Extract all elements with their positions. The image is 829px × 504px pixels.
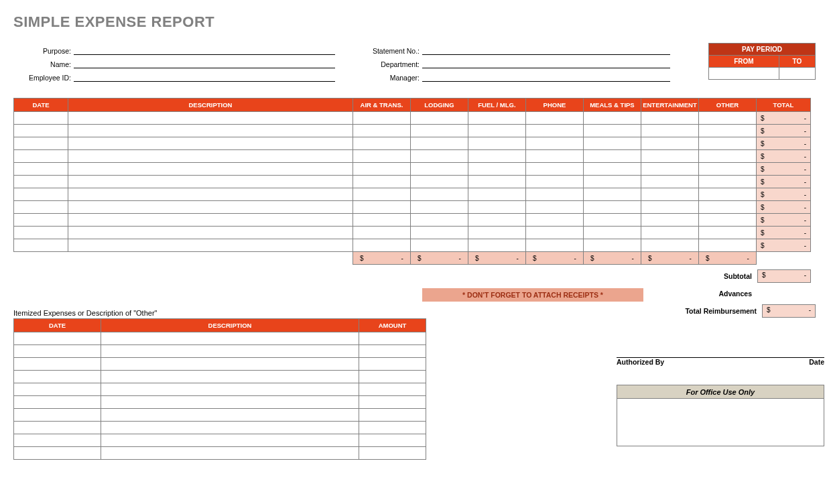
cell-phone[interactable] [525,150,583,163]
cell-other[interactable] [698,112,756,125]
cell-description[interactable] [101,345,359,358]
cell-entertainment[interactable] [641,227,698,239]
cell-other[interactable] [698,188,756,201]
cell-meals_tips[interactable] [583,201,641,214]
cell-air_trans[interactable] [353,214,410,227]
cell-description[interactable] [68,150,353,163]
cell-date[interactable] [14,371,101,383]
cell-description[interactable] [68,188,353,201]
cell-amount[interactable] [359,383,426,396]
cell-description[interactable] [68,227,353,239]
department-field[interactable] [422,58,670,68]
cell-description[interactable] [68,112,353,125]
cell-meals_tips[interactable] [583,150,641,163]
cell-entertainment[interactable] [641,137,698,150]
cell-amount[interactable] [359,434,426,447]
cell-air_trans[interactable] [353,227,410,239]
cell-phone[interactable] [525,112,583,125]
cell-date[interactable] [14,227,68,239]
cell-date[interactable] [14,125,68,137]
cell-phone[interactable] [525,137,583,150]
cell-date[interactable] [14,163,68,176]
cell-meals_tips[interactable] [583,227,641,239]
cell-air_trans[interactable] [353,201,410,214]
cell-description[interactable] [101,422,359,434]
cell-air_trans[interactable] [353,112,410,125]
cell-air_trans[interactable] [353,176,410,188]
cell-amount[interactable] [359,422,426,434]
cell-description[interactable] [101,383,359,396]
cell-amount[interactable] [359,409,426,422]
cell-meals_tips[interactable] [583,188,641,201]
cell-other[interactable] [698,239,756,252]
cell-date[interactable] [14,239,68,252]
cell-phone[interactable] [525,176,583,188]
cell-fuel_mlg[interactable] [468,201,525,214]
cell-date[interactable] [14,214,68,227]
cell-meals_tips[interactable] [583,125,641,137]
cell-date[interactable] [14,137,68,150]
cell-description[interactable] [68,137,353,150]
cell-fuel_mlg[interactable] [468,163,525,176]
cell-description[interactable] [68,214,353,227]
cell-date[interactable] [14,201,68,214]
cell-date[interactable] [14,176,68,188]
cell-phone[interactable] [525,239,583,252]
cell-entertainment[interactable] [641,150,698,163]
cell-description[interactable] [101,434,359,447]
cell-entertainment[interactable] [641,112,698,125]
cell-other[interactable] [698,227,756,239]
cell-entertainment[interactable] [641,239,698,252]
cell-entertainment[interactable] [641,176,698,188]
cell-fuel_mlg[interactable] [468,112,525,125]
cell-lodging[interactable] [410,137,468,150]
cell-air_trans[interactable] [353,137,410,150]
cell-other[interactable] [698,176,756,188]
cell-lodging[interactable] [410,227,468,239]
cell-fuel_mlg[interactable] [468,125,525,137]
cell-amount[interactable] [359,332,426,345]
cell-amount[interactable] [359,447,426,460]
cell-lodging[interactable] [410,125,468,137]
cell-fuel_mlg[interactable] [468,150,525,163]
cell-meals_tips[interactable] [583,239,641,252]
cell-entertainment[interactable] [641,163,698,176]
cell-date[interactable] [14,188,68,201]
cell-description[interactable] [101,447,359,460]
cell-date[interactable] [14,422,101,434]
cell-lodging[interactable] [410,239,468,252]
pay-period-to-field[interactable] [779,68,815,80]
cell-phone[interactable] [525,227,583,239]
cell-phone[interactable] [525,188,583,201]
cell-lodging[interactable] [410,163,468,176]
cell-other[interactable] [698,163,756,176]
cell-air_trans[interactable] [353,125,410,137]
cell-description[interactable] [68,239,353,252]
cell-other[interactable] [698,125,756,137]
cell-air_trans[interactable] [353,150,410,163]
cell-fuel_mlg[interactable] [468,214,525,227]
cell-entertainment[interactable] [641,214,698,227]
cell-phone[interactable] [525,214,583,227]
cell-amount[interactable] [359,345,426,358]
cell-other[interactable] [698,214,756,227]
manager-field[interactable] [422,71,670,82]
cell-air_trans[interactable] [353,188,410,201]
cell-description[interactable] [101,409,359,422]
cell-fuel_mlg[interactable] [468,188,525,201]
statement-no-field[interactable] [422,44,670,55]
cell-entertainment[interactable] [641,188,698,201]
cell-amount[interactable] [359,358,426,371]
employee-id-field[interactable] [74,71,335,82]
pay-period-from-field[interactable] [709,68,779,80]
cell-date[interactable] [14,447,101,460]
cell-date[interactable] [14,383,101,396]
cell-lodging[interactable] [410,201,468,214]
cell-date[interactable] [14,396,101,409]
cell-amount[interactable] [359,371,426,383]
cell-meals_tips[interactable] [583,137,641,150]
cell-fuel_mlg[interactable] [468,227,525,239]
cell-date[interactable] [14,434,101,447]
cell-meals_tips[interactable] [583,176,641,188]
cell-air_trans[interactable] [353,163,410,176]
